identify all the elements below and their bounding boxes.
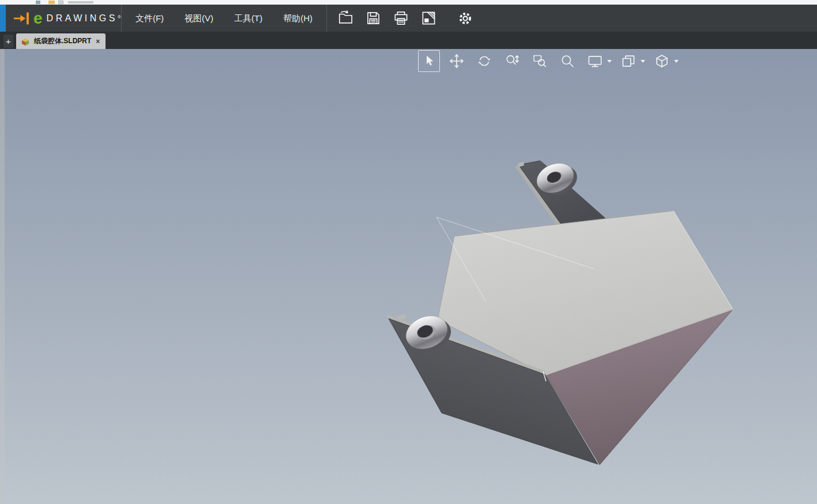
gear-icon — [457, 10, 473, 26]
select-tool-button[interactable] — [418, 50, 440, 72]
chevron-down-icon[interactable] — [641, 60, 645, 63]
menu-view[interactable]: 视图(V) — [174, 5, 224, 32]
print-icon — [393, 10, 409, 26]
fullscreen-button[interactable] — [584, 50, 606, 72]
window-edge-accent — [0, 5, 6, 32]
viewport-left-edge — [0, 49, 5, 504]
open-file-icon — [338, 10, 353, 26]
sheets-button[interactable] — [618, 50, 639, 72]
view-toolbar — [415, 50, 682, 73]
zoom-area-button[interactable] — [529, 50, 551, 72]
tab-bar: + 纸袋腔体.SLDPRT × — [0, 32, 817, 49]
wall-notch — [398, 314, 406, 320]
logo-e: e — [33, 11, 43, 26]
app-header: e DRAWINGS ® 文件(F) 视图(V) 工具(T) 帮助(H) — [0, 5, 817, 32]
chevron-down-icon[interactable] — [674, 60, 679, 63]
pan-icon — [449, 54, 464, 69]
viewport-canvas[interactable] — [5, 49, 817, 504]
zoom-tool-button[interactable] — [501, 50, 523, 72]
select-arrow-icon — [422, 54, 436, 69]
clipped-doc-icon — [58, 1, 63, 4]
rotate-icon — [477, 54, 492, 69]
new-tab-button[interactable]: + — [3, 35, 13, 48]
menu-tools[interactable]: 工具(T) — [224, 5, 273, 32]
chevron-down-icon[interactable] — [607, 60, 612, 63]
rotate-tool-button[interactable] — [473, 50, 495, 72]
orientation-button[interactable] — [651, 50, 673, 72]
zoom-area-icon — [532, 54, 547, 69]
send-icon — [421, 10, 436, 26]
menu-file[interactable]: 文件(F) — [125, 5, 174, 32]
logo-arrow-icon — [14, 11, 32, 26]
orientation-tool-group — [648, 50, 682, 72]
send-button[interactable] — [415, 6, 442, 31]
cube-icon — [654, 54, 669, 69]
options-button[interactable] — [451, 6, 479, 31]
menu-bar: 文件(F) 视图(V) 工具(T) 帮助(H) — [122, 5, 326, 32]
tab-close-button[interactable]: × — [95, 37, 100, 46]
zoom-in-out-icon — [504, 54, 519, 69]
menu-help[interactable]: 帮助(H) — [273, 5, 323, 32]
pages-icon — [621, 54, 636, 69]
logo-wordmark: DRAWINGS — [47, 13, 118, 24]
save-icon — [366, 10, 381, 26]
open-file-button[interactable] — [332, 6, 359, 31]
edrawings-logo: e DRAWINGS ® — [0, 11, 121, 26]
save-button[interactable] — [359, 6, 387, 31]
part-document-icon — [21, 37, 30, 46]
quick-toolbar — [327, 6, 479, 31]
zoom-fit-button[interactable] — [556, 50, 578, 72]
clipped-window-fragment — [0, 0, 817, 5]
tab-label: 纸袋腔体.SLDPRT — [34, 36, 91, 46]
clipped-folder-icon — [48, 1, 55, 4]
monitor-icon — [588, 54, 603, 69]
tab-document[interactable]: 纸袋腔体.SLDPRT × — [16, 33, 106, 49]
model-canvas — [5, 49, 817, 504]
pan-tool-button[interactable] — [446, 50, 468, 72]
sheets-tool-group — [615, 50, 648, 72]
zoom-fit-icon — [560, 54, 575, 69]
part-model[interactable] — [387, 157, 733, 465]
clipped-icon — [36, 1, 40, 4]
clipped-text-fragment — [68, 1, 93, 3]
fullscreen-tool-group — [581, 50, 615, 72]
print-button[interactable] — [387, 6, 415, 31]
